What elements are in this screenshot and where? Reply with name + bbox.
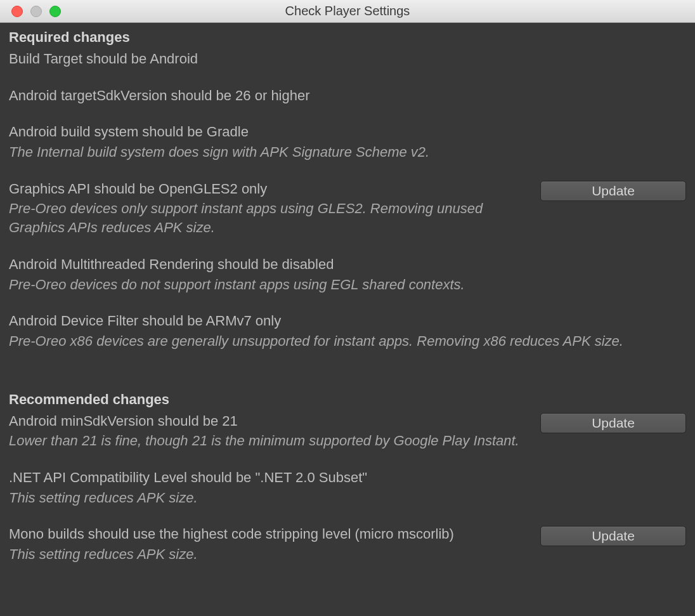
item-title: Mono builds should use the highest code … [9, 525, 530, 544]
window-controls [0, 6, 61, 17]
required-item-multithreaded: Android Multithreaded Rendering should b… [9, 255, 686, 294]
item-title: Build Target should be Android [9, 49, 686, 69]
item-note: Pre-Oreo devices do not support instant … [9, 275, 686, 294]
required-heading: Required changes [9, 29, 686, 46]
content-area: Required changes Build Target should be … [0, 23, 695, 588]
close-icon[interactable] [11, 6, 23, 17]
item-title: Android Device Filter should be ARMv7 on… [9, 311, 686, 331]
item-note: Lower than 21 is fine, though 21 is the … [9, 431, 530, 450]
recommended-item-min-sdk: Android minSdkVersion should be 21 Lower… [9, 412, 686, 450]
item-note: Pre-Oreo devices only support instant ap… [9, 199, 530, 237]
update-button[interactable]: Update [540, 413, 686, 433]
window-title: Check Player Settings [0, 4, 695, 18]
required-item-graphics-api: Graphics API should be OpenGLES2 only Pr… [9, 180, 686, 237]
minimize-icon[interactable] [30, 6, 42, 17]
required-item-device-filter: Android Device Filter should be ARMv7 on… [9, 311, 686, 350]
required-item-target-sdk: Android targetSdkVersion should be 26 or… [9, 86, 686, 105]
required-item-build-system: Android build system should be Gradle Th… [9, 122, 686, 161]
item-title: Android targetSdkVersion should be 26 or… [9, 86, 686, 105]
item-note: The Internal build system does sign with… [9, 143, 686, 162]
required-item-build-target: Build Target should be Android [9, 49, 686, 69]
recommended-item-mono-stripping: Mono builds should use the highest code … [9, 525, 686, 563]
update-button[interactable]: Update [540, 181, 686, 201]
item-note: This setting reduces APK size. [9, 545, 530, 564]
recommended-heading: Recommended changes [9, 391, 686, 408]
item-title: Android minSdkVersion should be 21 [9, 412, 530, 431]
item-title: Android build system should be Gradle [9, 122, 686, 141]
titlebar: Check Player Settings [0, 0, 695, 23]
item-title: Graphics API should be OpenGLES2 only [9, 180, 530, 199]
zoom-icon[interactable] [49, 6, 61, 17]
recommended-item-dotnet: .NET API Compatibility Level should be "… [9, 468, 686, 507]
item-note: This setting reduces APK size. [9, 488, 686, 508]
update-button[interactable]: Update [540, 526, 686, 546]
item-title: Android Multithreaded Rendering should b… [9, 255, 686, 274]
item-title: .NET API Compatibility Level should be "… [9, 468, 686, 487]
item-note: Pre-Oreo x86 devices are generally unsup… [9, 332, 686, 351]
